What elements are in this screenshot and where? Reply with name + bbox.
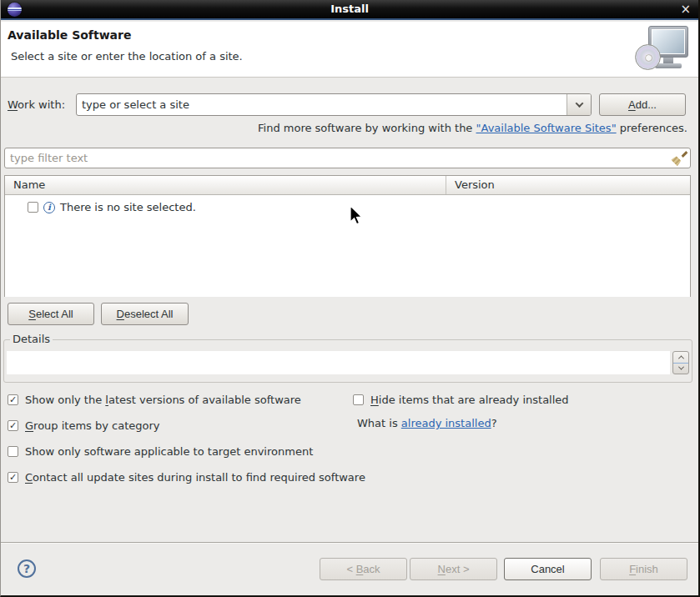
option-label: Contact all update sites during install … (25, 471, 365, 484)
chevron-up-icon (677, 355, 683, 361)
column-header-name[interactable]: Name (5, 176, 446, 194)
table-row[interactable]: i There is no site selected. (5, 195, 690, 213)
scroll-up-button[interactable] (673, 352, 688, 363)
column-header-version[interactable]: Version (446, 176, 690, 194)
option-group-by-category[interactable]: ✓ Group items by category (8, 419, 160, 432)
option-label: Hide items that are already installed (370, 394, 569, 406)
page-subtitle: Select a site or enter the location of a… (11, 50, 243, 63)
chevron-down-icon (575, 99, 583, 108)
filter-input[interactable] (5, 152, 672, 164)
window-title: Install (1, 0, 698, 18)
install-software-icon (633, 24, 688, 74)
chevron-down-icon (677, 364, 683, 370)
wizard-banner: Available Software Select a site or ente… (1, 22, 698, 78)
back-button[interactable]: < Back (320, 558, 407, 580)
details-textarea[interactable] (7, 351, 670, 374)
filter-box (4, 148, 691, 168)
scroll-down-button[interactable] (673, 364, 688, 374)
next-button[interactable]: Next > (410, 558, 497, 580)
details-group: Details (3, 339, 692, 383)
close-icon[interactable]: × (680, 0, 691, 18)
software-table: Name Version i There is no site selected… (4, 175, 691, 297)
option-label: Show only software applicable to target … (25, 445, 313, 458)
site-combo-dropdown-button[interactable] (567, 94, 591, 115)
find-more-text: Find more software by working with the "… (258, 122, 687, 134)
option-label: Group items by category (25, 419, 160, 432)
info-icon: i (43, 202, 55, 213)
checkbox[interactable] (8, 446, 18, 457)
work-with-row: Work with: type or select a site Add... (8, 93, 686, 116)
cd-disc-icon (635, 44, 661, 70)
checkbox[interactable]: ✓ (8, 420, 18, 431)
table-header: Name Version (5, 176, 690, 195)
cancel-button[interactable]: Cancel (504, 558, 592, 580)
checkbox[interactable]: ✓ (8, 472, 18, 483)
already-installed-link[interactable]: already installed (401, 417, 491, 429)
site-combo-entry[interactable]: type or select a site (77, 94, 567, 115)
titlebar[interactable]: Install × (1, 0, 698, 20)
details-scrollbar[interactable] (672, 351, 689, 374)
help-button[interactable]: ? (18, 559, 36, 578)
select-all-button[interactable]: Select All (8, 303, 94, 325)
page-title: Available Software (8, 28, 131, 42)
available-software-sites-link[interactable]: "Available Software Sites" (476, 122, 617, 134)
row-label: There is no site selected. (60, 201, 196, 213)
clear-filter-icon[interactable] (672, 151, 687, 165)
work-with-label: Work with: (8, 98, 76, 111)
details-label: Details (10, 333, 53, 345)
checkbox[interactable] (353, 394, 364, 405)
deselect-all-button[interactable]: Deselect All (101, 303, 189, 325)
row-checkbox[interactable] (28, 202, 38, 213)
finish-button[interactable]: Finish (600, 558, 687, 580)
site-combo[interactable]: type or select a site (76, 93, 592, 116)
option-contact-update-sites[interactable]: ✓ Contact all update sites during instal… (8, 470, 365, 484)
option-target-environment[interactable]: Show only software applicable to target … (8, 444, 313, 458)
question-mark-icon: ? (23, 562, 30, 575)
install-dialog: Install × Available Software Select a si… (0, 0, 700, 597)
option-hide-installed[interactable]: Hide items that are already installed (353, 393, 569, 406)
option-show-latest[interactable]: ✓ Show only the latest versions of avail… (8, 393, 301, 406)
option-label: Show only the latest versions of availab… (25, 394, 301, 406)
add-button[interactable]: Add... (599, 93, 686, 116)
what-is-installed-text: What is already installed? (357, 417, 497, 429)
footer-separator (1, 542, 698, 544)
table-body: i There is no site selected. (5, 195, 690, 297)
checkbox[interactable]: ✓ (8, 394, 18, 405)
